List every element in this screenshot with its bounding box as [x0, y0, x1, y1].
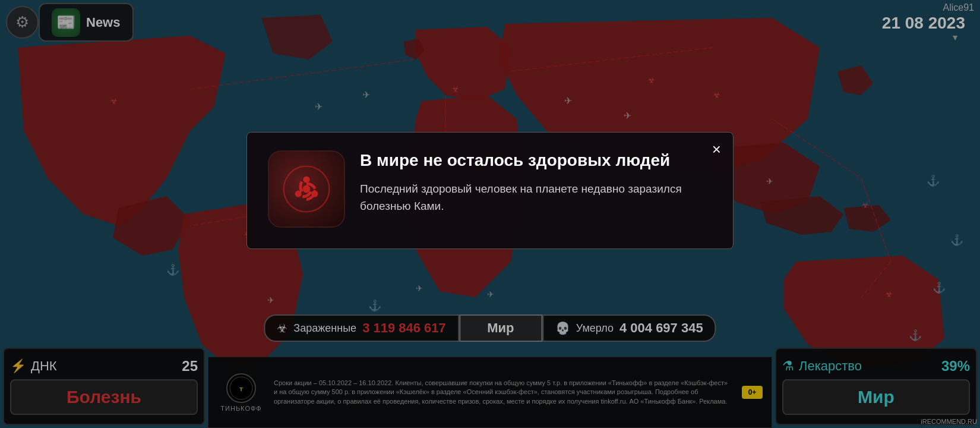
- svg-point-35: [303, 176, 309, 182]
- modal-overlay: В мире не осталось здоровых людей Послед…: [0, 0, 980, 428]
- watermark: iRECOMMEND.RU: [921, 418, 977, 425]
- modal-body: Последний здоровый человек на планете не…: [360, 181, 712, 215]
- modal-close-button[interactable]: ×: [712, 141, 721, 157]
- modal-content: В мире не осталось здоровых людей Послед…: [360, 150, 712, 215]
- modal-icon: [268, 150, 345, 228]
- notification-modal: В мире не осталось здоровых людей Послед…: [246, 132, 734, 249]
- svg-point-34: [303, 185, 311, 193]
- modal-title: В мире не осталось здоровых людей: [360, 150, 712, 171]
